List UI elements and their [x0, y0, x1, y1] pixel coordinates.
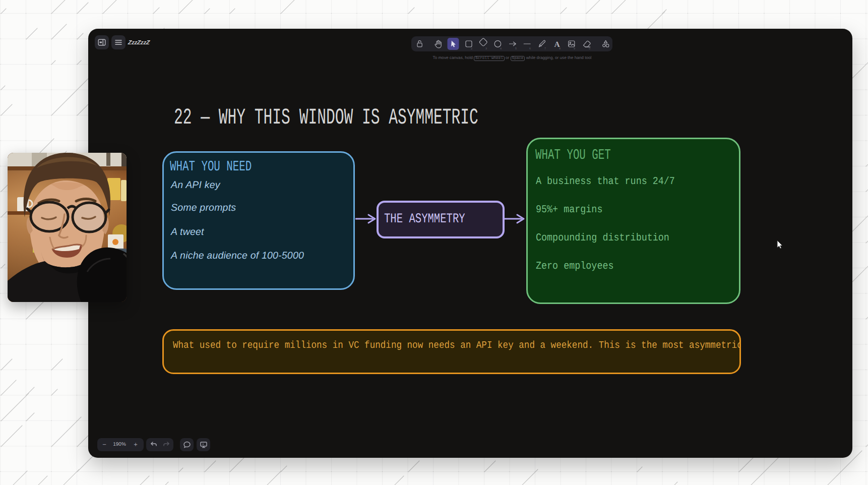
svg-text:7: 7: [544, 47, 546, 50]
svg-text:5: 5: [515, 47, 517, 50]
svg-text:9: 9: [574, 47, 575, 50]
svg-text:0: 0: [589, 47, 590, 50]
svg-text:4: 4: [500, 47, 502, 50]
svg-text:1: 1: [456, 47, 458, 50]
svg-text:2: 2: [471, 47, 472, 50]
svg-text:3: 3: [485, 47, 487, 50]
svg-text:8: 8: [559, 47, 561, 50]
svg-text:6: 6: [529, 47, 531, 50]
